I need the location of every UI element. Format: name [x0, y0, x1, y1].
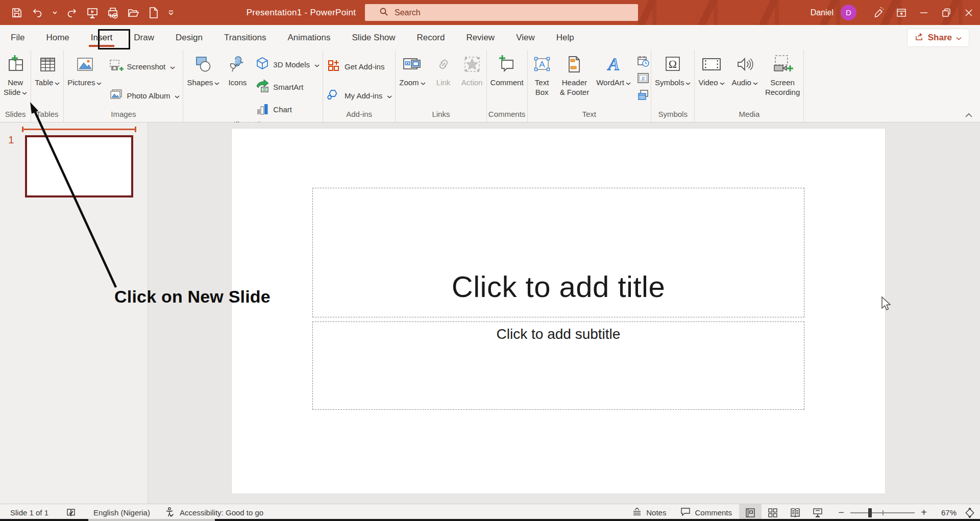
reading-view-icon[interactable]	[784, 504, 806, 521]
share-button[interactable]: Share	[908, 29, 969, 46]
notes-button[interactable]: Notes	[625, 504, 673, 521]
tab-animations[interactable]: Animations	[286, 28, 331, 48]
tab-view[interactable]: View	[515, 28, 536, 48]
comment-button[interactable]: Comment	[487, 51, 527, 87]
tab-record[interactable]: Record	[416, 28, 446, 48]
button-label: ScreenRecording	[765, 78, 800, 97]
redo-icon[interactable]	[65, 6, 79, 19]
close-icon[interactable]	[958, 0, 980, 25]
chart-button[interactable]: Chart	[254, 100, 323, 119]
save-icon[interactable]	[10, 6, 23, 19]
photo-album-button[interactable]: Photo Album	[107, 86, 183, 105]
button-label: Get Add-ins	[345, 62, 384, 71]
button-label: Link	[436, 78, 451, 87]
my-add-ins-icon	[326, 87, 341, 104]
button-label: Audio	[732, 78, 758, 87]
fit-slide-to-window-icon[interactable]	[960, 504, 980, 521]
3d-models-button[interactable]: 3D Models	[254, 55, 323, 74]
comments-button[interactable]: Comments	[673, 504, 739, 521]
print-preview-icon[interactable]	[106, 6, 119, 19]
tab-insert[interactable]: Insert	[90, 28, 114, 48]
customize-qat-icon[interactable]	[167, 6, 175, 19]
screenshot-button[interactable]: Screenshot	[107, 57, 183, 76]
ribbon-display-options-icon[interactable]	[890, 0, 913, 25]
zoom-out-button[interactable]: −	[837, 507, 845, 518]
new-file-icon[interactable]	[147, 6, 160, 19]
slide-indicator[interactable]: Slide 1 of 1	[0, 504, 56, 521]
video-button[interactable]: Video	[695, 51, 728, 87]
new-slide-button[interactable]: NewSlide	[0, 51, 31, 97]
zoom-slider[interactable]	[850, 504, 915, 521]
tab-draw[interactable]: Draw	[133, 28, 155, 48]
slideshow-view-icon[interactable]	[806, 504, 829, 521]
undo-icon[interactable]	[31, 6, 44, 19]
date-time-button[interactable]	[635, 54, 651, 68]
spellcheck-icon[interactable]	[56, 504, 86, 521]
slide-number-label: 1	[8, 134, 14, 146]
wordart-button[interactable]: AWordArt	[593, 51, 634, 87]
chevron-down-icon	[626, 78, 631, 87]
accessibility-status[interactable]: Accessibility: Good to go	[157, 504, 271, 521]
text-box-button[interactable]: ATextBox	[528, 51, 556, 97]
chevron-down-icon	[387, 91, 392, 100]
tab-review[interactable]: Review	[465, 28, 496, 48]
slide-number-button[interactable]: #	[635, 71, 651, 85]
group-label: Links	[396, 109, 486, 122]
action-button: Action	[458, 51, 486, 87]
ribbon-group-media: VideoAudioScreenRecordingMedia	[695, 50, 804, 122]
get-add-ins-button[interactable]: Get Add-ins	[325, 57, 395, 76]
symbols-button[interactable]: ΩSymbols	[651, 51, 695, 87]
zoom-level[interactable]: 67%	[933, 508, 957, 517]
chevron-down-icon	[55, 78, 60, 87]
smartart-button[interactable]: SmartArt	[254, 78, 323, 96]
restore-icon[interactable]	[935, 0, 958, 25]
zoom-button[interactable]: Zoom	[396, 51, 429, 87]
button-label: Video	[698, 78, 724, 87]
audio-button[interactable]: Audio	[728, 51, 762, 87]
collapse-ribbon-icon[interactable]	[965, 111, 973, 120]
svg-text:Ω: Ω	[669, 58, 677, 70]
ribbon-group-illustrations: ShapesIcons3D ModelsSmartArtChartIllustr…	[183, 50, 323, 122]
title-placeholder[interactable]: Click to add title	[312, 188, 804, 317]
undo-dropdown-icon[interactable]	[51, 6, 58, 19]
normal-view-icon[interactable]	[739, 504, 762, 521]
slide-canvas[interactable]: Click to add title Click to add subtitle	[232, 129, 885, 493]
minimize-icon[interactable]	[913, 0, 935, 25]
open-folder-icon[interactable]	[127, 6, 140, 19]
ribbon-group-images: PicturesScreenshotPhoto AlbumImages	[64, 50, 183, 122]
tab-slide-show[interactable]: Slide Show	[351, 28, 397, 48]
button-label: WordArt	[596, 78, 631, 87]
action-icon	[462, 53, 482, 76]
header-footer-button[interactable]: Header& Footer	[556, 51, 593, 97]
my-add-ins-button[interactable]: My Add-ins	[325, 86, 395, 105]
table-button[interactable]: Table	[31, 51, 63, 87]
icons-button[interactable]: Icons	[223, 51, 252, 87]
notes-icon	[632, 507, 642, 518]
slide-sorter-icon[interactable]	[762, 504, 784, 521]
tab-design[interactable]: Design	[175, 28, 204, 48]
tab-home[interactable]: Home	[45, 28, 70, 48]
zoom-in-button[interactable]: +	[920, 507, 928, 518]
comment-icon	[497, 53, 517, 76]
tab-transitions[interactable]: Transitions	[223, 28, 267, 48]
object-button[interactable]	[635, 88, 651, 102]
status-bar: Slide 1 of 1 English (Nigeria) Accessibi…	[0, 504, 980, 521]
start-slideshow-icon[interactable]	[86, 6, 99, 19]
avatar[interactable]: D	[841, 5, 856, 20]
chevron-down-icon	[753, 78, 758, 87]
language-status[interactable]: English (Nigeria)	[86, 504, 157, 521]
slide-thumbnail[interactable]	[25, 135, 133, 197]
tab-file[interactable]: File	[10, 28, 26, 48]
search-input[interactable]: Search	[365, 4, 638, 21]
subtitle-placeholder[interactable]: Click to add subtitle	[312, 321, 804, 410]
screen-recording-button[interactable]: ScreenRecording	[762, 51, 803, 97]
pictures-button[interactable]: Pictures	[64, 51, 105, 87]
button-label: Comment	[491, 78, 524, 87]
tab-help[interactable]: Help	[555, 28, 575, 48]
group-label: Add-ins	[323, 109, 395, 122]
accessibility-text: Accessibility: Good to go	[180, 508, 263, 517]
shapes-button[interactable]: Shapes	[183, 51, 223, 87]
screenshot-icon	[108, 58, 124, 75]
feedback-megaphone-icon[interactable]	[868, 0, 890, 25]
zoom-slider-thumb[interactable]	[868, 508, 872, 517]
